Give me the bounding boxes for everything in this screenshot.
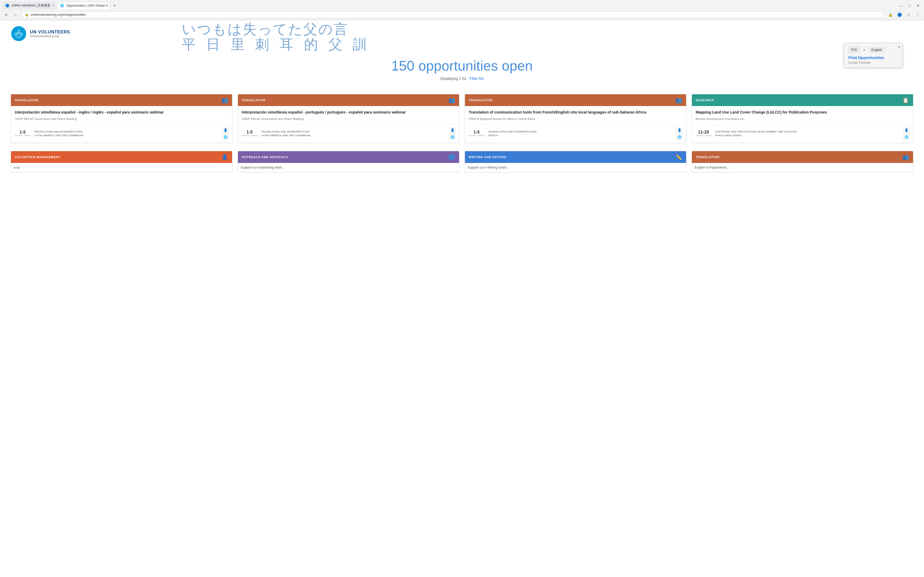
card-title-4: Mapping Land Use Land Cover Change (LULC…: [696, 110, 909, 115]
card-globe-icon-3: 🌐: [677, 134, 682, 140]
url-text: onlinevolunteering.org/en/opportunities: [31, 13, 86, 16]
card-header-3: TRANSLATION 👥: [465, 94, 686, 106]
card-region-4: PAPUA NEW GUINEA: [715, 134, 902, 137]
hours-num-2: 1-5: [247, 130, 253, 134]
browser-chrome: 🔵 online volunteers_百度搜索 ✕ 🌐 Opportuniti…: [0, 0, 924, 20]
logo-title: UN VOLUNTEERS: [30, 30, 70, 34]
google-translate-overlay: × 中文 → English Find Opportunities Google…: [844, 43, 903, 68]
opportunity-card-4[interactable]: RESEARCH 📋 Mapping Land Use Land Cover C…: [691, 94, 913, 143]
card-category-4: RESEARCH: [696, 98, 714, 102]
card-footer-icons-4: 👤 🌐: [903, 127, 909, 140]
card-hours-1: 1-5 HOURS / WEEK: [15, 130, 31, 137]
translate-lang-row: 中文 → English: [848, 47, 898, 53]
card-globe-icon-1: 🌐: [223, 134, 228, 140]
card-person-icon-2: 👤: [449, 127, 455, 133]
logo-container[interactable]: UN VOLUNTEERS UN VOLUNTEERS onlinevolunt…: [11, 26, 70, 42]
translate-close-button[interactable]: ×: [898, 45, 900, 49]
card-body-3: Translation of communication tools from …: [465, 106, 686, 124]
partial-card-title-2: Support our fundraising team...: [241, 166, 285, 169]
card-title-2: Interpretación simultánea español - port…: [242, 110, 455, 115]
card-org-1: UNDP RBLAC Governance and Peace Building: [15, 117, 228, 121]
partial-card-title-3: Support us in Writing Grant...: [468, 166, 509, 169]
card-footer-4: 11-20 HOURS / WEEK SOFTWARE AND APPLICAT…: [692, 124, 913, 143]
card-meta-3: TRANSLATION AND INTERPRETATION AFRICA: [488, 130, 675, 137]
partial-card-title-4: English to Papiamento...: [695, 166, 729, 169]
card-meta-1: TRANSLATION AND INTERPRETATION LATIN AME…: [34, 130, 221, 137]
card-category-3: TRANSLATION: [469, 98, 493, 102]
new-tab-button[interactable]: +: [111, 2, 118, 9]
translation-icon-partial: 👥: [902, 154, 909, 160]
tab-active[interactable]: 🌐 Opportunities | UNV Online V... ✕: [57, 2, 110, 9]
card-globe-icon-4: 🌐: [903, 134, 909, 140]
close-browser-button[interactable]: ✕: [914, 2, 922, 9]
tab-close-inactive[interactable]: ✕: [52, 4, 55, 7]
profile-icon[interactable]: 🔵: [896, 11, 903, 18]
filter-list-link[interactable]: Filter list: [470, 76, 483, 81]
hours-label-3: HOURS / WEEK: [469, 134, 485, 137]
research-icon-4: 📋: [902, 97, 909, 103]
card-header-1: TRANSLATION 👥: [11, 94, 232, 106]
partial-card-category-1: VOLUNTEER MANAGEMENT: [15, 155, 60, 159]
extension-icon[interactable]: 🔒: [887, 11, 894, 18]
card-globe-icon-2: 🌐: [449, 134, 455, 140]
hours-num-3: 1-5: [473, 130, 480, 134]
partial-card-header-4: TRANSLATION 👥: [692, 151, 913, 163]
toolbar-actions: 🔒 🔵 ☆ ⋮: [887, 11, 921, 18]
card-hours-3: 1-5 HOURS / WEEK: [469, 130, 485, 137]
card-skill-1: TRANSLATION AND INTERPRETATION: [34, 130, 221, 134]
card-body-4: Mapping Land Use Land Cover Change (LULC…: [692, 106, 913, 124]
tab-favicon: 🔵: [5, 4, 10, 8]
browser-toolbar: ✕ ⌂ 🔒 onlinevolunteering.org/en/opportun…: [0, 9, 924, 20]
card-org-3: UNHCR Regional Bureau for West & Central…: [469, 117, 682, 121]
partial-card-header-3: WRITING AND EDITING ✏️: [465, 151, 686, 163]
menu-icon[interactable]: ⋮: [914, 11, 921, 18]
hours-label-4: HOURS / WEEK: [696, 134, 711, 137]
maximize-button[interactable]: □: [906, 2, 913, 9]
card-footer-icons-1: 👤 🌐: [223, 127, 228, 140]
hours-label-2: HOURS / WEEK: [242, 134, 257, 137]
translate-lang-to[interactable]: English: [869, 47, 884, 53]
partial-card-3[interactable]: WRITING AND EDITING ✏️ Support us in Wri…: [465, 151, 686, 172]
partial-card-category-2: OUTREACH AND ADVOCACY: [242, 155, 289, 159]
card-footer-2: 1-5 HOURS / WEEK TRANSLATION AND INTERPR…: [238, 124, 459, 143]
tab-label: online volunteers_百度搜索: [11, 3, 50, 8]
card-meta-2: TRANSLATION AND INTERPRETATION LATIN AME…: [261, 130, 448, 137]
partial-card-4[interactable]: TRANSLATION 👥 English to Papiamento...: [691, 151, 913, 172]
card-title-1: Interpretación simultánea español - ingl…: [15, 110, 228, 115]
translate-find-opportunities: Find Opportunities: [848, 55, 898, 60]
writing-icon: ✏️: [675, 154, 682, 160]
star-icon[interactable]: ☆: [905, 11, 912, 18]
partial-card-1[interactable]: VOLUNTEER MANAGEMENT 👤 a op: [11, 151, 233, 172]
card-title-3: Translation of communication tools from …: [469, 110, 682, 115]
address-bar[interactable]: 🔒 onlinevolunteering.org/en/opportunitie…: [21, 11, 884, 18]
opportunity-card-1[interactable]: TRANSLATION 👥 Interpretación simultánea …: [11, 94, 233, 143]
hero-section: 150 opportunities open Displaying 1-52 -…: [0, 47, 924, 86]
svg-text:UN: UN: [18, 30, 20, 32]
partial-card-2[interactable]: OUTREACH AND ADVOCACY 🌐 Support our fund…: [238, 151, 459, 172]
translate-lang-from[interactable]: 中文: [848, 47, 860, 53]
opportunity-card-2[interactable]: TRANSLATION 👥 Interpretación simultánea …: [238, 94, 459, 143]
tab-inactive[interactable]: 🔵 online volunteers_百度搜索 ✕: [2, 2, 56, 9]
partial-card-header-1: VOLUNTEER MANAGEMENT 👤: [11, 151, 232, 163]
displaying-info: Displaying 1-52 - Filter list: [5, 76, 919, 81]
opportunity-cards-grid: TRANSLATION 👥 Interpretación simultánea …: [0, 86, 924, 151]
card-footer-icons-3: 👤 🌐: [677, 127, 682, 140]
un-volunteers-logo-emblem: UN VOLUNTEERS: [11, 26, 27, 42]
home-button[interactable]: ⌂: [12, 11, 19, 18]
card-meta-4: SOFTWARE AND APPLICATIONS DEVELOPMENT AN…: [715, 130, 902, 137]
card-body-2: Interpretación simultánea español - port…: [238, 106, 459, 124]
page-content: いつもは失ってた父の言 平 日 里 刺 耳 的 父 訓 × 中文 → Engli…: [0, 20, 924, 180]
card-category-1: TRANSLATION: [15, 98, 39, 102]
card-person-icon-3: 👤: [677, 127, 682, 133]
card-org-2: UNDP RBLAC Governance and Peace Building: [242, 117, 455, 121]
lock-icon: 🔒: [25, 13, 29, 16]
hours-num-1: 1-5: [19, 130, 26, 134]
card-skill-4: SOFTWARE AND APPLICATIONS DEVELOPMENT AN…: [715, 130, 902, 134]
minimize-button[interactable]: —: [897, 2, 905, 9]
translate-arrow: →: [862, 48, 866, 52]
logo-text-container: UN VOLUNTEERS onlinevolunteering.org: [30, 30, 70, 38]
displaying-text: Displaying 1-52 -: [440, 76, 468, 81]
back-button[interactable]: ✕: [3, 11, 10, 18]
card-hours-2: 1-5 HOURS / WEEK: [242, 130, 257, 137]
opportunity-card-3[interactable]: TRANSLATION 👥 Translation of communicati…: [465, 94, 686, 143]
